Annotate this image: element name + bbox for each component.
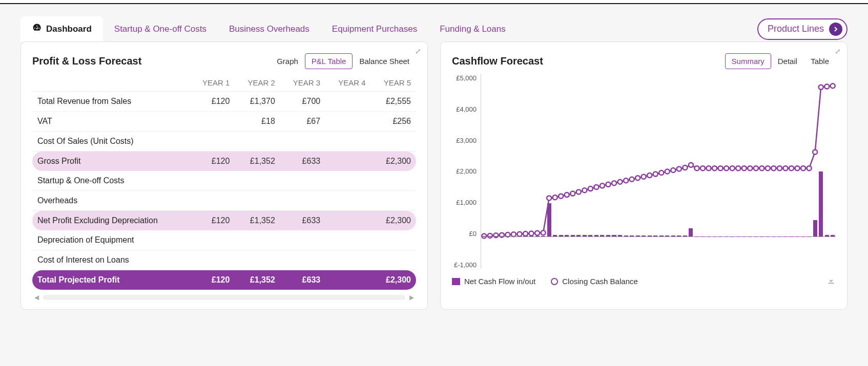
line-marker [647,173,652,178]
legend-net-label: Net Cash Flow in/out [464,277,535,286]
pl-cell [325,191,370,211]
bar [583,235,587,236]
pl-cell: £2,555 [371,92,416,112]
bar [523,236,527,236]
bar [488,236,492,236]
cf-view-detail[interactable]: Detail [771,53,804,69]
pl-row-label: VAT [32,112,190,132]
line-series [484,86,833,236]
bar [500,236,504,236]
line-marker [582,188,587,192]
line-marker [559,194,563,199]
bar [553,235,557,236]
tab-dashboard[interactable]: Dashboard [20,16,103,41]
pl-row-label: Cost of Interest on Loans [32,250,190,270]
pl-row: Total Revenue from Sales£120£1,370£700£2… [32,92,416,112]
pl-row: Gross Profit£120£1,352£633£2,300 [32,152,416,171]
legend-net[interactable]: Net Cash Flow in/out [452,277,535,286]
bar [612,235,616,236]
pl-cell: £67 [280,112,325,132]
download-icon[interactable] [826,276,836,287]
cards-row: ⤢ Profit & Loss Forecast Graph P&L Table… [20,41,848,310]
bar [630,235,634,236]
pl-view-toggle: Graph P&L Table Balance Sheet [270,53,416,69]
line-marker [712,166,717,170]
pl-col-header: YEAR 4 [325,74,370,92]
pl-cell [235,250,280,270]
line-marker [541,230,546,235]
line-marker [754,166,758,170]
pl-row: Cost of Interest on Loans [32,250,416,270]
tab-overheads[interactable]: Business Overheads [218,18,321,40]
expand-icon[interactable]: ⤢ [835,47,841,55]
tabs-row: Dashboard Startup & One-off Costs Busine… [20,4,848,41]
bar [665,235,669,236]
pl-row-label: Total Revenue from Sales [32,92,190,112]
line-marker [671,168,675,173]
scroll-left-icon[interactable]: ◀ [34,294,39,301]
line-marker [576,189,581,194]
product-lines-label: Product Lines [768,24,824,34]
line-marker [665,169,670,174]
y-tick-label: £4,000 [452,105,477,113]
tab-funding[interactable]: Funding & Loans [428,18,517,40]
y-tick-label: £-1,000 [452,261,477,269]
pl-cell [371,250,416,270]
pl-col-header: YEAR 5 [371,74,416,92]
pl-row-label: Depreciation of Equipment [32,230,190,250]
cf-view-summary[interactable]: Summary [725,53,771,69]
expand-icon[interactable]: ⤢ [415,47,421,55]
line-marker [624,178,628,183]
pl-row-label: Gross Profit [32,152,190,171]
pl-cell: £633 [280,211,325,231]
y-axis: £5,000£4,000£3,000£2,000£1,000£0£-1,000 [452,74,481,269]
y-tick-label: £3,000 [452,137,477,144]
pl-horizontal-scrollbar[interactable]: ◀ ▶ [32,294,416,301]
pl-col-header: YEAR 2 [235,74,280,92]
cf-view-toggle: Summary Detail Table [725,53,836,69]
y-tick-label: £0 [452,230,477,238]
scroll-right-icon[interactable]: ▶ [409,294,414,301]
pl-row-label: Cost Of Sales (Unit Costs) [32,132,190,152]
pl-view-balance[interactable]: Balance Sheet [353,53,416,69]
pl-cell [325,230,370,250]
pl-cell [371,230,416,250]
cf-view-table[interactable]: Table [804,53,836,69]
pl-cell: £1,352 [235,152,280,171]
pl-view-graph[interactable]: Graph [270,53,305,69]
product-lines-button[interactable]: Product Lines [757,18,848,40]
bar [777,236,781,237]
bar [535,236,540,236]
pl-cell [325,152,370,171]
line-marker [736,166,740,170]
pl-cell [280,230,325,250]
pl-view-table[interactable]: P&L Table [305,53,353,69]
pl-cell [325,112,370,132]
pl-cell: £120 [190,92,235,112]
cf-card: ⤢ Cashflow Forecast Summary Detail Table… [440,41,848,310]
line-marker [653,172,658,177]
tab-startup[interactable]: Startup & One-off Costs [103,18,218,40]
line-marker [553,195,557,200]
bar [831,235,835,236]
pl-cell [235,132,280,152]
dashboard-icon [32,23,42,35]
pl-cell [325,211,370,231]
line-marker [612,181,616,185]
bar [600,235,604,236]
bar [707,236,711,237]
bar [511,236,515,236]
pl-cell [280,191,325,211]
line-marker [777,166,782,170]
pl-cell [235,171,280,191]
line-marker [807,166,812,170]
pl-col-header: YEAR 1 [190,74,235,92]
line-marker [642,175,646,179]
bar [565,235,569,236]
bar [783,236,788,237]
legend-closing[interactable]: Closing Cash Balance [551,277,638,286]
bar [559,235,563,236]
tab-equipment[interactable]: Equipment Purchases [321,18,428,40]
line-marker [795,166,800,170]
pl-cell [190,191,235,211]
